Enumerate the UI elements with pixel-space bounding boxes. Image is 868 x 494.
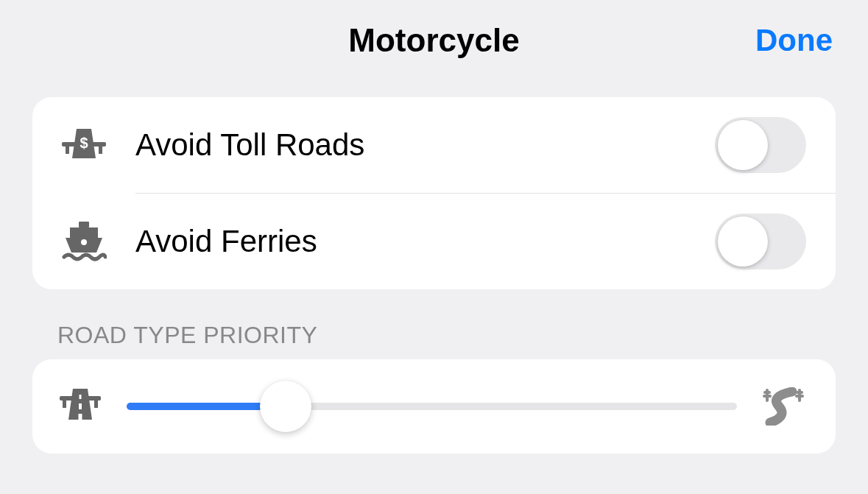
avoid-toll-toggle[interactable]: [715, 117, 806, 173]
toggle-knob: [718, 216, 768, 267]
done-button[interactable]: Done: [755, 23, 833, 58]
svg-point-5: [81, 239, 87, 245]
svg-rect-11: [79, 414, 82, 420]
avoid-options-card: $ Avoid Toll Roads Avoid Ferries: [32, 97, 836, 289]
svg-text:$: $: [80, 135, 88, 151]
avoid-toll-label: Avoid Toll Roads: [110, 127, 715, 163]
avoid-ferries-label: Avoid Ferries: [110, 224, 715, 259]
slider-thumb[interactable]: [260, 381, 311, 432]
svg-rect-7: [63, 401, 66, 408]
page-title: Motorcycle: [348, 22, 519, 59]
toll-icon: $: [57, 124, 110, 166]
toggle-knob: [718, 120, 768, 170]
header: Motorcycle Done: [0, 0, 868, 81]
svg-rect-4: [79, 222, 89, 227]
ferry-icon: [57, 220, 110, 263]
road-type-slider[interactable]: [127, 377, 737, 436]
road-type-slider-card: [32, 359, 836, 454]
road-type-priority-header: ROAD TYPE PRIORITY: [57, 322, 868, 349]
highway-icon: [57, 387, 103, 426]
avoid-ferries-toggle[interactable]: [715, 214, 806, 269]
winding-road-icon: [761, 387, 806, 426]
avoid-toll-row: $ Avoid Toll Roads: [32, 97, 836, 193]
svg-rect-9: [80, 395, 82, 399]
svg-rect-2: [99, 147, 102, 154]
svg-rect-8: [94, 401, 98, 408]
avoid-ferries-row: Avoid Ferries: [32, 194, 836, 289]
svg-rect-1: [66, 147, 69, 154]
svg-rect-10: [79, 403, 82, 409]
